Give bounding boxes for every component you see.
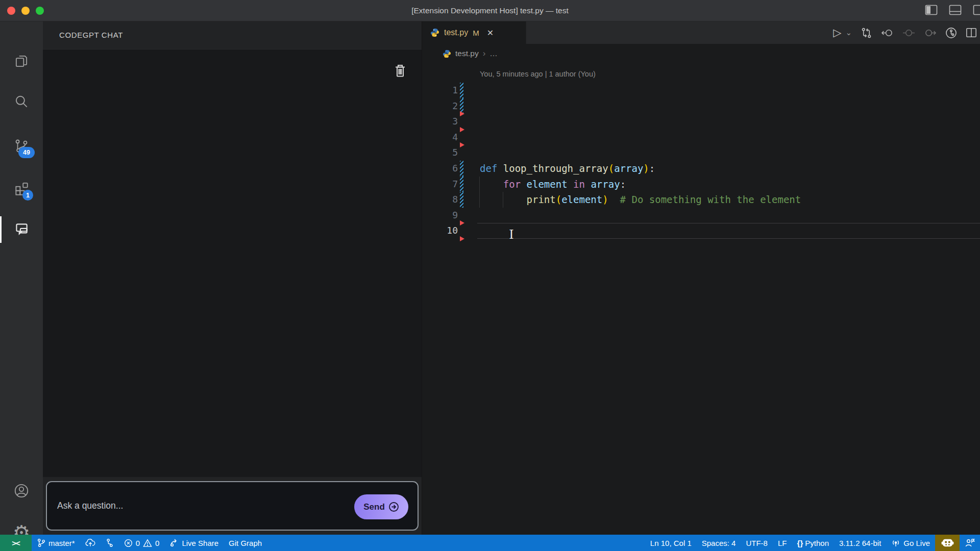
broadcast-icon bbox=[891, 539, 900, 547]
search-icon[interactable] bbox=[0, 88, 43, 116]
code-line[interactable]: 2 bbox=[422, 98, 980, 114]
activity-bar: 49 1 ⚙ bbox=[0, 21, 43, 535]
next-change-icon[interactable] bbox=[924, 28, 937, 38]
code-lines: 123456def loop_through_array(array):7 fo… bbox=[422, 83, 980, 239]
remote-indicator[interactable]: >< bbox=[0, 535, 32, 551]
problems-item[interactable]: 0 0 bbox=[119, 535, 165, 551]
sidebar-title: CODEGPT CHAT bbox=[59, 21, 123, 49]
eol-label: LF bbox=[778, 539, 787, 547]
previous-change-icon[interactable] bbox=[881, 28, 894, 38]
layout-controls bbox=[925, 5, 980, 15]
run-python-file-icon[interactable]: ▷ bbox=[833, 27, 841, 39]
warnings-icon bbox=[143, 539, 152, 547]
split-editor-icon[interactable] bbox=[966, 27, 977, 38]
warning-count: 0 bbox=[155, 539, 159, 547]
tab-bar: test.py M ✕ ▷ ⌄ bbox=[422, 21, 980, 44]
feedback-person-item[interactable] bbox=[960, 535, 980, 551]
line-number: 1 bbox=[422, 83, 458, 98]
git-graph-view-item[interactable] bbox=[101, 535, 119, 551]
python-interpreter-item[interactable]: 3.11.2 64-bit bbox=[834, 535, 886, 551]
send-arrow-icon bbox=[388, 502, 399, 512]
codegpt-robot-item[interactable] bbox=[935, 535, 960, 551]
git-branch-item[interactable]: master* bbox=[32, 535, 80, 551]
braces-icon: { } bbox=[797, 539, 802, 547]
toggle-secondary-sidebar-icon[interactable] bbox=[973, 5, 980, 15]
code-line[interactable]: 1 bbox=[422, 83, 980, 98]
accounts-icon[interactable] bbox=[0, 477, 43, 505]
run-dropdown-chevron-icon[interactable]: ⌄ bbox=[845, 28, 852, 37]
extensions-icon[interactable] bbox=[0, 174, 43, 203]
cloud-upload-icon bbox=[85, 539, 95, 547]
gutter-deleted-indicator[interactable] bbox=[460, 127, 464, 132]
line-number: 5 bbox=[422, 145, 458, 161]
tab-label: test.py bbox=[444, 28, 468, 37]
codegpt-chat-sidebar: CODEGPT CHAT Ask a question... Send bbox=[43, 21, 422, 535]
code-line[interactable]: 4 bbox=[422, 130, 980, 145]
python-file-icon bbox=[443, 49, 451, 58]
tab-modified-badge: M bbox=[473, 29, 479, 37]
clear-chat-trash-icon[interactable] bbox=[392, 63, 408, 79]
breadcrumb-separator: › bbox=[483, 48, 486, 59]
git-branch-icon bbox=[37, 538, 45, 547]
window-title: [Extension Development Host] test.py — t… bbox=[0, 0, 980, 21]
live-share-label: Live Share bbox=[182, 539, 218, 547]
code-area[interactable]: 123456def loop_through_array(array):7 fo… bbox=[422, 83, 980, 246]
indentation-item[interactable]: Spaces: 4 bbox=[697, 535, 741, 551]
toggle-panel-icon[interactable] bbox=[949, 5, 962, 15]
code-line[interactable]: 6def loop_through_array(array): bbox=[422, 161, 980, 177]
code-line[interactable]: 3 bbox=[422, 114, 980, 130]
gutter-modified-indicator[interactable] bbox=[460, 192, 463, 208]
git-graph-item[interactable]: Git Graph bbox=[224, 535, 267, 551]
live-share-item[interactable]: Live Share bbox=[164, 535, 224, 551]
gutter-modified-indicator[interactable] bbox=[460, 177, 463, 192]
line-number: 7 bbox=[422, 177, 458, 192]
editor-group: test.py M ✕ ▷ ⌄ bbox=[422, 21, 980, 535]
gutter-deleted-indicator[interactable] bbox=[460, 142, 464, 147]
line-number: 8 bbox=[422, 192, 458, 208]
tab-test-py[interactable]: test.py M ✕ bbox=[422, 21, 526, 44]
send-button[interactable]: Send bbox=[354, 494, 408, 519]
publish-changes-item[interactable] bbox=[80, 535, 101, 551]
indent-guide bbox=[479, 177, 480, 208]
explorer-icon[interactable] bbox=[0, 47, 43, 76]
tab-close-icon[interactable]: ✕ bbox=[487, 28, 494, 38]
indent-guide bbox=[503, 192, 503, 208]
commit-graph-icon bbox=[106, 538, 114, 547]
encoding-item[interactable]: UTF-8 bbox=[741, 535, 773, 551]
branch-label: master* bbox=[48, 539, 75, 547]
language-mode-item[interactable]: { } Python bbox=[792, 535, 834, 551]
eol-item[interactable]: LF bbox=[773, 535, 792, 551]
gutter-deleted-indicator[interactable] bbox=[460, 220, 464, 226]
source-control-badge: 49 bbox=[18, 147, 35, 158]
current-change-icon[interactable] bbox=[902, 28, 915, 38]
codelens-annotation[interactable]: You, 5 minutes ago | 1 author (You) bbox=[480, 70, 596, 78]
sidebar-header: CODEGPT CHAT bbox=[43, 21, 422, 49]
chat-input[interactable]: Ask a question... bbox=[57, 482, 123, 530]
mouse-ibeam-cursor: I bbox=[509, 227, 514, 242]
toggle-sidebar-icon[interactable] bbox=[925, 5, 938, 15]
code-line[interactable]: 7 for element in array: bbox=[422, 177, 980, 192]
gutter-deleted-indicator[interactable] bbox=[460, 236, 464, 241]
open-changes-icon[interactable] bbox=[861, 27, 872, 39]
breadcrumb-file[interactable]: test.py bbox=[455, 49, 479, 58]
person-flag-icon bbox=[965, 538, 975, 548]
line-col-label: Ln 10, Col 1 bbox=[650, 539, 692, 547]
titlebar: [Extension Development Host] test.py — t… bbox=[0, 0, 980, 21]
editor-actions: ▷ ⌄ bbox=[833, 24, 977, 41]
code-line[interactable]: 8 print(element) # Do something with the… bbox=[422, 192, 980, 208]
go-live-item[interactable]: Go Live bbox=[886, 535, 935, 551]
chat-input-container: Ask a question... Send bbox=[46, 481, 419, 531]
breadcrumb-more[interactable]: … bbox=[489, 49, 498, 58]
code-line[interactable]: 5 bbox=[422, 145, 980, 161]
gutter-modified-indicator[interactable] bbox=[460, 161, 463, 177]
codegpt-chat-icon[interactable] bbox=[0, 215, 43, 244]
go-live-label: Go Live bbox=[903, 539, 930, 547]
cursor-position-item[interactable]: Ln 10, Col 1 bbox=[645, 535, 697, 551]
code-line[interactable]: 9 bbox=[422, 208, 980, 223]
gutter-modified-indicator[interactable] bbox=[460, 83, 463, 98]
breadcrumb[interactable]: test.py › … bbox=[422, 44, 980, 63]
gutter-deleted-indicator[interactable] bbox=[460, 111, 464, 116]
code-text: print(element) # Do something with the e… bbox=[480, 192, 801, 208]
line-number: 3 bbox=[422, 114, 458, 130]
timeline-history-icon[interactable] bbox=[945, 27, 957, 39]
